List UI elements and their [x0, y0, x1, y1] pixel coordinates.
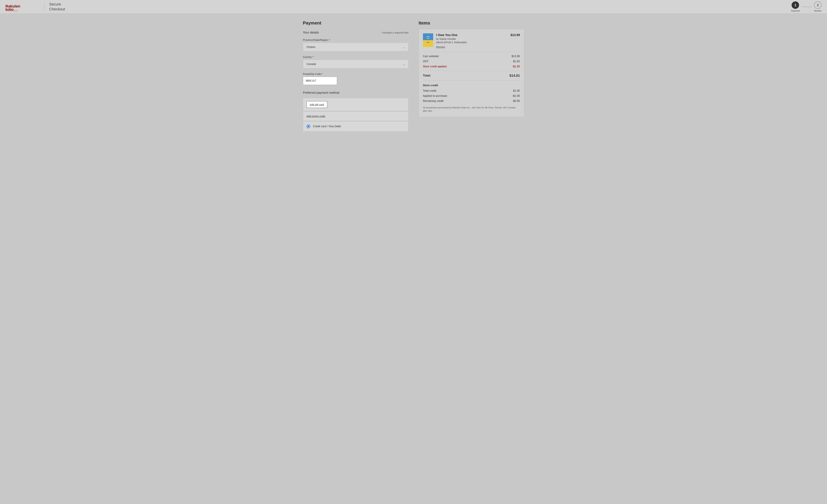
total-value: $14.81	[509, 74, 520, 77]
hst-value: $1.82	[513, 60, 520, 63]
your-details-label: Your details	[303, 31, 319, 34]
country-field-group: Country * Canada ⌄	[303, 55, 408, 68]
cart-subtotal-value: $13.99	[512, 55, 520, 58]
store-credit-section: Store credit Total credit: $1.00 Applied…	[423, 84, 520, 103]
country-select-wrapper[interactable]: Canada ⌄	[303, 60, 408, 68]
payment-title: Payment	[303, 20, 408, 26]
hst-row: HST: $1.82	[423, 60, 520, 63]
country-select[interactable]: Canada	[303, 60, 408, 68]
store-credit-applied-value: -$1.00	[512, 65, 520, 68]
store-credit-applied-row: Store credit applied: -$1.00	[423, 65, 520, 68]
postal-input[interactable]	[303, 77, 337, 85]
postal-label: Postal/Zip Code *	[303, 72, 408, 75]
payment-method-section: Preferred payment method Add gift card A…	[303, 91, 408, 131]
province-select[interactable]: Ontario	[303, 43, 408, 51]
hst-label: HST:	[423, 60, 429, 63]
total-label: Total:	[423, 74, 431, 77]
applied-to-purchase-label: Applied to purchase:	[423, 95, 448, 98]
applied-to-purchase-row: Applied to purchase: -$1.00	[423, 95, 520, 98]
total-credit-value: $1.00	[513, 89, 520, 92]
credit-card-label: Credit card / Visa Debit	[313, 125, 341, 128]
right-panel: Items I Owe You One I Owe You One by Sop…	[419, 20, 524, 131]
step-2-circle: 2	[814, 1, 822, 9]
cart-subtotal-label: Cart subtotal:	[423, 55, 439, 58]
step-1-label: Payment	[791, 9, 800, 12]
divider-3	[423, 80, 520, 80]
main-content: Payment Your details * indicates a requi…	[296, 14, 531, 142]
credit-card-option[interactable]: Credit card / Visa Debit	[303, 121, 408, 131]
required-note: * indicates a required field	[381, 31, 408, 34]
total-credit-row: Total credit: $1.00	[423, 89, 520, 92]
divider-2	[423, 71, 520, 71]
total-row: Total: $14.81	[423, 74, 520, 77]
add-gift-card-button[interactable]: Add gift card	[306, 101, 327, 108]
svg-rect-4	[423, 40, 433, 47]
items-title: Items	[419, 20, 524, 26]
step-review: 2 Review	[814, 1, 822, 12]
book-info: I Owe You One by Sophie Kinsella eBook (…	[436, 33, 507, 49]
step-2-label: Review	[814, 9, 822, 12]
step-1-circle: 1	[792, 1, 799, 9]
payment-method-title: Preferred payment method	[303, 91, 408, 95]
book-price: $13.99	[510, 33, 520, 37]
checkout-steps: 1 Payment 2 Review	[791, 1, 822, 12]
svg-text:You: You	[427, 38, 429, 39]
remaining-credit-label: Remaining credit:	[423, 100, 444, 103]
add-promo-code-button[interactable]: Add promo code	[306, 115, 325, 118]
applied-to-purchase-value: -$1.00	[512, 95, 520, 98]
postal-field-group: Postal/Zip Code *	[303, 72, 408, 85]
province-label: Province/State/Region *	[303, 39, 408, 41]
store-credit-section-title: Store credit	[423, 84, 520, 87]
header: Rakuten kobo Secure Checkout 1 Payment	[0, 0, 827, 14]
step-connector	[802, 7, 812, 7]
store-credit-applied-label: Store credit applied:	[423, 65, 447, 68]
items-box: I Owe You One I Owe You One by Sophie Ki…	[419, 29, 524, 117]
radio-inner-dot	[307, 125, 309, 127]
total-credit-label: Total credit:	[423, 89, 437, 92]
item-row: I Owe You One I Owe You One by Sophie Ki…	[423, 33, 520, 49]
book-cover: I Owe You One	[423, 33, 433, 47]
cart-subtotal-row: Cart subtotal: $13.99	[423, 55, 520, 58]
remove-button[interactable]: Remove	[436, 46, 445, 48]
credit-card-radio[interactable]	[306, 124, 310, 128]
remaining-credit-row: Remaining credit: $0.00	[423, 100, 520, 103]
remaining-credit-value: $0.00	[513, 100, 520, 103]
promo-code-box: Add promo code	[303, 111, 408, 121]
logo-area: Rakuten kobo Secure Checkout	[5, 2, 65, 11]
province-select-wrapper[interactable]: Ontario ⌄	[303, 43, 408, 51]
book-format: eBook (EPUB 3, Reflowable)	[436, 41, 507, 44]
transaction-note: All transactions processed by Rakuten Ko…	[423, 106, 520, 113]
secure-checkout-text: Secure Checkout	[49, 2, 65, 11]
step-payment: 1 Payment	[791, 1, 800, 12]
country-label: Country *	[303, 55, 408, 58]
book-author: by Sophie Kinsella	[436, 38, 507, 40]
gift-card-box: Add gift card	[303, 98, 408, 111]
svg-text:kobo: kobo	[5, 7, 14, 11]
rakuten-kobo-logo: Rakuten kobo	[5, 3, 40, 11]
your-details-header: Your details * indicates a required fiel…	[303, 31, 408, 34]
province-field-group: Province/State/Region * Ontario ⌄	[303, 39, 408, 51]
svg-text:One: One	[427, 42, 429, 43]
svg-text:I Owe: I Owe	[426, 36, 430, 37]
book-title: I Owe You One	[436, 33, 507, 37]
left-panel: Payment Your details * indicates a requi…	[303, 20, 408, 131]
